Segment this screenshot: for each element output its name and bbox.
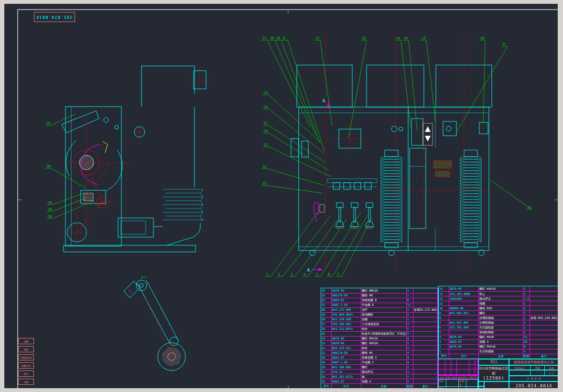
bom-cell: 平垫圈 8 (361, 303, 407, 307)
bom-cell: 3CS.181.049 (449, 325, 479, 330)
revision-cell (457, 365, 469, 370)
bom-cell (332, 331, 361, 336)
bom-cell (413, 350, 438, 355)
bom-cell: 螺钉 (361, 364, 407, 369)
bom-cell: 1 (523, 291, 530, 296)
corner-drawing-number: 2XS.024.001A (34, 12, 75, 22)
corner-drawing-number-text: 2XS.024.001A (36, 15, 73, 20)
bom-cell (413, 288, 438, 293)
revision-cell (457, 370, 469, 375)
bom-cell: BVS.201.017A (332, 374, 361, 379)
bom-cell: 2 (407, 340, 413, 345)
bom-header-cell: 备注 (413, 383, 438, 388)
balloon-number: 12 (362, 36, 366, 40)
section-label: A (307, 268, 310, 272)
bom-cell: 12 (439, 296, 449, 301)
bom-cell: 失压脱扣器 (479, 325, 523, 330)
signature-cell: 标准化 (459, 380, 466, 387)
bom-cell: GB93-87 (332, 298, 361, 303)
cad-application-window: { "colors":{ "bg":"#242933","cyan":"#00f… (0, 0, 563, 392)
bom-cell: 4 (407, 350, 413, 355)
bom-cell: 20 (321, 355, 332, 359)
left-side-view (62, 66, 213, 252)
bom-header-cell: 数量 (407, 383, 413, 388)
revision-cell (451, 359, 457, 365)
drawing-title-cell: VS1真空断路器总装图 (1250A) (478, 365, 509, 381)
bom-cell: 合闸联锁轴 (479, 320, 523, 325)
bom-cell: 13 (439, 291, 449, 296)
bom-cell: GB97.1-85 (332, 303, 361, 307)
bom-cell: 1 (407, 307, 413, 312)
bom-cell: 4 (439, 335, 449, 339)
bom-cell: 1 (407, 322, 413, 327)
bom-cell: 29 (321, 312, 332, 317)
bom-cell: 4 (407, 359, 413, 364)
window-chrome-left (0, 0, 4, 392)
bom-cell (413, 298, 438, 303)
revision-cell (445, 359, 451, 365)
bom-cell: 螺母 M8 (361, 293, 407, 298)
balloon-number: 17 (315, 36, 319, 40)
signature-cell (466, 380, 478, 387)
spare-cell (478, 381, 484, 386)
scale-value: 1:2 (545, 370, 558, 376)
bom-cell (530, 305, 558, 310)
bom-cell: 螺母 M5 (361, 350, 407, 355)
bom-cell (449, 349, 479, 354)
stage-value-row: 1:2 (509, 370, 559, 376)
sheet-cell: 共 张 第 张 (509, 376, 559, 381)
bom-cell: GB70-86 (332, 340, 361, 345)
revision-cell (445, 370, 451, 375)
balloon-leaders: 2129168171214151310925242723223433123456… (45, 36, 532, 276)
revision-cell (439, 370, 445, 375)
balloon-number: 9 (503, 43, 505, 46)
bom-cell: BVS.272.009 (332, 307, 361, 312)
bom-cell: 线夹 (361, 327, 407, 331)
revision-cell (445, 365, 451, 370)
balloon-number: 32 (46, 121, 50, 125)
bom-cell (413, 345, 438, 350)
company-cell: 西安泰富电气有限责任公司 (509, 359, 559, 365)
balloon-number: 13 (422, 36, 425, 40)
revision-header: 处数 (445, 376, 451, 379)
revision-cell (439, 359, 445, 365)
drawing-number-text: 2XS.024.001A (515, 383, 552, 388)
bom-right-table: 14GB70-85螺钉 M4X102133CS.181.008A铁心112S3E… (438, 286, 559, 359)
balloon-number: 2 (278, 272, 280, 276)
bom-cell (530, 339, 558, 344)
bom-cell: 26 (321, 327, 332, 331)
bom-cell: 组装件(弹簧操动机构另行 只供总装配用) (361, 331, 407, 336)
bom-cell: 堵子 (361, 307, 407, 312)
drawing-canvas[interactable]: 2129168171214151310925242723223433123456… (4, 4, 558, 388)
bom-cell (530, 330, 558, 335)
bom-cell: 8 (439, 315, 449, 320)
bom-cell: F10-13 (332, 369, 361, 374)
bom-cell: 线夹 (361, 345, 407, 350)
bom-cell: 1 (407, 293, 413, 298)
bom-cell: 18 (321, 364, 332, 369)
bom-cell: 5XS.336.001 (332, 322, 361, 327)
bom-cell: 1 (407, 312, 413, 317)
bom-cell (413, 317, 438, 322)
bom-cell: GB70-85 (449, 335, 479, 339)
bom-cell: 27 (321, 322, 332, 327)
front-view (291, 35, 492, 272)
bom-cell: 1 (523, 325, 530, 330)
bom-cell: GB93-87 (332, 355, 361, 359)
balloon-number: 16 (276, 36, 280, 40)
bom-cell: 10 (439, 305, 449, 310)
drawing-title-line2: (1250A) (483, 376, 505, 381)
bom-cell: 接地螺栓 (361, 312, 407, 317)
balloon-number: 3 (291, 272, 292, 276)
bom-cell: GB93-87 (332, 379, 361, 383)
bom-cell: 8 (523, 344, 530, 349)
bom-cell (530, 335, 558, 339)
bom-cell: 2 (439, 344, 449, 349)
bom-cell: 21 (321, 350, 332, 355)
bom-cell: GB6170-86 (332, 350, 361, 355)
revision-cell (475, 359, 478, 365)
stage-label: 质量 (531, 366, 545, 370)
bom-cell: 2 (407, 379, 413, 383)
bom-cell: GB6170-86 (332, 293, 361, 298)
bom-cell (413, 322, 438, 327)
